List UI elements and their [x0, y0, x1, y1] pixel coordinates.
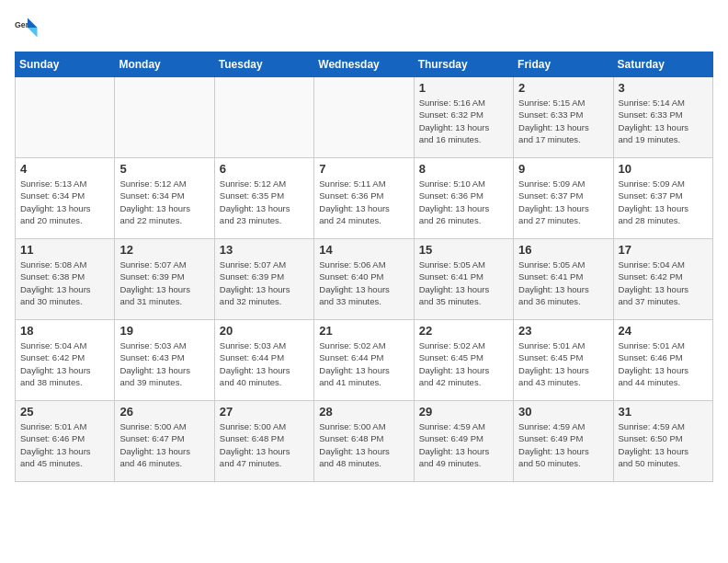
calendar-cell: 18Sunrise: 5:04 AM Sunset: 6:42 PM Dayli… — [16, 320, 115, 401]
calendar-cell — [314, 77, 414, 158]
day-number: 22 — [419, 324, 508, 338]
day-number: 4 — [20, 162, 109, 176]
day-number: 14 — [319, 243, 408, 257]
day-info: Sunrise: 5:00 AM Sunset: 6:48 PM Dayligh… — [220, 420, 309, 469]
calendar-cell: 31Sunrise: 4:59 AM Sunset: 6:50 PM Dayli… — [613, 401, 712, 482]
day-info: Sunrise: 5:08 AM Sunset: 6:38 PM Dayligh… — [20, 259, 109, 307]
day-info: Sunrise: 5:12 AM Sunset: 6:34 PM Dayligh… — [119, 178, 209, 226]
calendar-cell: 30Sunrise: 4:59 AM Sunset: 6:49 PM Dayli… — [514, 401, 613, 482]
calendar-cell — [214, 77, 313, 158]
day-info: Sunrise: 5:00 AM Sunset: 6:47 PM Dayligh… — [119, 420, 209, 469]
weekday-wednesday: Wednesday — [314, 52, 414, 77]
calendar-cell: 14Sunrise: 5:06 AM Sunset: 6:40 PM Dayli… — [314, 239, 414, 320]
logo-icon: Gen — [15, 15, 40, 40]
day-info: Sunrise: 5:06 AM Sunset: 6:40 PM Dayligh… — [319, 259, 408, 307]
day-info: Sunrise: 5:02 AM Sunset: 6:44 PM Dayligh… — [319, 339, 408, 388]
calendar-week-3: 11Sunrise: 5:08 AM Sunset: 6:38 PM Dayli… — [16, 239, 713, 320]
weekday-sunday: Sunday — [16, 52, 115, 77]
calendar-cell: 1Sunrise: 5:16 AM Sunset: 6:32 PM Daylig… — [414, 77, 513, 158]
day-info: Sunrise: 5:02 AM Sunset: 6:45 PM Dayligh… — [419, 339, 508, 388]
svg-marker-1 — [28, 18, 38, 29]
day-info: Sunrise: 5:04 AM Sunset: 6:42 PM Dayligh… — [619, 259, 708, 307]
page-header: Gen — [15, 15, 713, 40]
day-info: Sunrise: 5:05 AM Sunset: 6:41 PM Dayligh… — [419, 259, 508, 307]
calendar-cell: 23Sunrise: 5:01 AM Sunset: 6:45 PM Dayli… — [514, 320, 613, 401]
day-number: 20 — [220, 324, 309, 338]
calendar-cell: 16Sunrise: 5:05 AM Sunset: 6:41 PM Dayli… — [514, 239, 613, 320]
calendar-cell: 7Sunrise: 5:11 AM Sunset: 6:36 PM Daylig… — [314, 158, 414, 239]
day-number: 3 — [619, 81, 708, 95]
day-number: 18 — [20, 324, 109, 338]
day-info: Sunrise: 5:03 AM Sunset: 6:43 PM Dayligh… — [119, 339, 209, 388]
weekday-monday: Monday — [115, 52, 214, 77]
calendar-cell: 13Sunrise: 5:07 AM Sunset: 6:39 PM Dayli… — [214, 239, 313, 320]
day-info: Sunrise: 5:12 AM Sunset: 6:35 PM Dayligh… — [220, 178, 309, 226]
day-info: Sunrise: 5:07 AM Sunset: 6:39 PM Dayligh… — [220, 259, 309, 307]
calendar-cell: 15Sunrise: 5:05 AM Sunset: 6:41 PM Dayli… — [414, 239, 513, 320]
day-number: 27 — [220, 405, 309, 419]
calendar-cell: 4Sunrise: 5:13 AM Sunset: 6:34 PM Daylig… — [16, 158, 115, 239]
day-info: Sunrise: 5:05 AM Sunset: 6:41 PM Dayligh… — [518, 259, 608, 307]
day-number: 21 — [319, 324, 408, 338]
calendar-cell: 5Sunrise: 5:12 AM Sunset: 6:34 PM Daylig… — [115, 158, 214, 239]
day-number: 30 — [518, 405, 608, 419]
calendar-cell: 2Sunrise: 5:15 AM Sunset: 6:33 PM Daylig… — [514, 77, 613, 158]
calendar-cell: 11Sunrise: 5:08 AM Sunset: 6:38 PM Dayli… — [16, 239, 115, 320]
day-number: 2 — [518, 81, 608, 95]
day-number: 29 — [419, 405, 508, 419]
weekday-header-row: SundayMondayTuesdayWednesdayThursdayFrid… — [16, 52, 713, 77]
calendar-cell: 21Sunrise: 5:02 AM Sunset: 6:44 PM Dayli… — [314, 320, 414, 401]
calendar-week-5: 25Sunrise: 5:01 AM Sunset: 6:46 PM Dayli… — [16, 401, 713, 482]
calendar-cell: 6Sunrise: 5:12 AM Sunset: 6:35 PM Daylig… — [214, 158, 313, 239]
calendar-cell: 20Sunrise: 5:03 AM Sunset: 6:44 PM Dayli… — [214, 320, 313, 401]
day-number: 24 — [619, 324, 708, 338]
calendar-cell — [115, 77, 214, 158]
day-number: 19 — [119, 324, 209, 338]
day-number: 12 — [119, 243, 209, 257]
day-info: Sunrise: 5:14 AM Sunset: 6:33 PM Dayligh… — [619, 97, 708, 145]
day-number: 5 — [119, 162, 209, 176]
logo: Gen — [15, 15, 44, 40]
day-number: 8 — [419, 162, 508, 176]
day-number: 17 — [619, 243, 708, 257]
weekday-tuesday: Tuesday — [214, 52, 313, 77]
day-info: Sunrise: 5:04 AM Sunset: 6:42 PM Dayligh… — [20, 339, 109, 388]
calendar-cell: 29Sunrise: 4:59 AM Sunset: 6:49 PM Dayli… — [414, 401, 513, 482]
day-info: Sunrise: 5:11 AM Sunset: 6:36 PM Dayligh… — [319, 178, 408, 226]
day-number: 25 — [20, 405, 109, 419]
day-info: Sunrise: 5:01 AM Sunset: 6:46 PM Dayligh… — [20, 420, 109, 469]
day-info: Sunrise: 5:10 AM Sunset: 6:36 PM Dayligh… — [419, 178, 508, 226]
day-number: 23 — [518, 324, 608, 338]
day-info: Sunrise: 5:16 AM Sunset: 6:32 PM Dayligh… — [419, 97, 508, 145]
day-info: Sunrise: 5:07 AM Sunset: 6:39 PM Dayligh… — [119, 259, 209, 307]
day-number: 11 — [20, 243, 109, 257]
calendar-cell: 12Sunrise: 5:07 AM Sunset: 6:39 PM Dayli… — [115, 239, 214, 320]
calendar-cell: 26Sunrise: 5:00 AM Sunset: 6:47 PM Dayli… — [115, 401, 214, 482]
day-number: 28 — [319, 405, 408, 419]
weekday-saturday: Saturday — [613, 52, 712, 77]
day-info: Sunrise: 4:59 AM Sunset: 6:50 PM Dayligh… — [619, 420, 708, 469]
calendar-body: 1Sunrise: 5:16 AM Sunset: 6:32 PM Daylig… — [16, 77, 713, 482]
day-number: 7 — [319, 162, 408, 176]
calendar-table: SundayMondayTuesdayWednesdayThursdayFrid… — [15, 52, 713, 482]
day-number: 10 — [619, 162, 708, 176]
calendar-cell: 25Sunrise: 5:01 AM Sunset: 6:46 PM Dayli… — [16, 401, 115, 482]
calendar-cell: 3Sunrise: 5:14 AM Sunset: 6:33 PM Daylig… — [613, 77, 712, 158]
day-info: Sunrise: 5:09 AM Sunset: 6:37 PM Dayligh… — [518, 178, 608, 226]
calendar-cell: 28Sunrise: 5:00 AM Sunset: 6:48 PM Dayli… — [314, 401, 414, 482]
calendar-cell: 24Sunrise: 5:01 AM Sunset: 6:46 PM Dayli… — [613, 320, 712, 401]
day-info: Sunrise: 5:13 AM Sunset: 6:34 PM Dayligh… — [20, 178, 109, 226]
day-info: Sunrise: 5:01 AM Sunset: 6:46 PM Dayligh… — [619, 339, 708, 388]
calendar-week-4: 18Sunrise: 5:04 AM Sunset: 6:42 PM Dayli… — [16, 320, 713, 401]
day-info: Sunrise: 5:09 AM Sunset: 6:37 PM Dayligh… — [619, 178, 708, 226]
calendar-cell — [16, 77, 115, 158]
day-info: Sunrise: 5:00 AM Sunset: 6:48 PM Dayligh… — [319, 420, 408, 469]
day-info: Sunrise: 5:03 AM Sunset: 6:44 PM Dayligh… — [220, 339, 309, 388]
day-info: Sunrise: 4:59 AM Sunset: 6:49 PM Dayligh… — [419, 420, 508, 469]
day-info: Sunrise: 5:01 AM Sunset: 6:45 PM Dayligh… — [518, 339, 608, 388]
day-number: 13 — [220, 243, 309, 257]
calendar-cell: 8Sunrise: 5:10 AM Sunset: 6:36 PM Daylig… — [414, 158, 513, 239]
calendar-cell: 19Sunrise: 5:03 AM Sunset: 6:43 PM Dayli… — [115, 320, 214, 401]
calendar-week-2: 4Sunrise: 5:13 AM Sunset: 6:34 PM Daylig… — [16, 158, 713, 239]
day-info: Sunrise: 4:59 AM Sunset: 6:49 PM Dayligh… — [518, 420, 608, 469]
